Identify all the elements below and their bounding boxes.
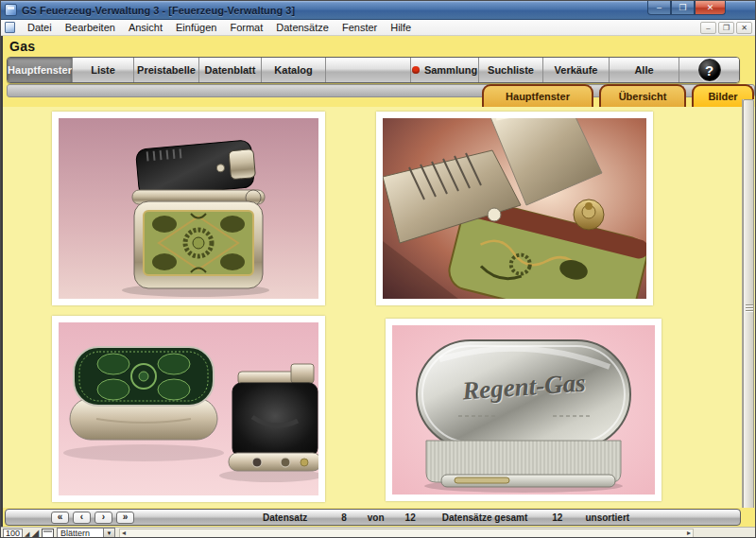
button-sammlung[interactable]: Sammlung [411,58,479,82]
mdi-close-button[interactable]: ✕ [736,22,752,34]
bottom-toolbar: 100 ◢ ◢ Blättern ▼ ◂ ▸ [1,527,756,538]
photo-lighter-front-green-ornament [52,112,325,305]
records-total-value: 12 [552,512,562,523]
document-icon[interactable] [5,22,15,33]
record-label: Datensatz [263,512,307,523]
button-hauptfenster[interactable]: Hauptfenster [8,58,73,82]
mdi-window-controls: – ❐ ✕ [700,22,752,34]
photo-2-image [383,118,646,299]
records-total-label: Datensätze gesamt [442,512,528,523]
record-status-bar: « ‹ › » Datensatz 8 von 12 Datensätze ge… [5,509,741,526]
photo-3-image [59,322,318,495]
status-area-toggle-icon[interactable] [42,529,54,538]
restore-button[interactable]: ❐ [671,1,695,15]
photo-4-image: Regent-Gas Regent-Gas [392,325,655,495]
button-help[interactable]: ? [679,58,739,82]
mode-dropdown[interactable]: Blättern ▼ [57,528,115,538]
window-title: GS Feuerzeug-Verwaltung 3 - [Feuerzeug-V… [22,5,295,16]
button-alle[interactable]: Alle [610,58,679,82]
app-icon[interactable] [5,4,17,16]
scrollbar-grip-icon [746,304,753,313]
next-record-button[interactable]: › [94,512,112,524]
button-preistabelle[interactable]: Preistabelle [134,58,199,82]
menu-format[interactable]: Format [223,21,269,34]
view-tabs: Hauptfenster Übersicht Bilder [482,84,754,107]
title-bar: GS Feuerzeug-Verwaltung 3 - [Feuerzeug-V… [1,1,756,20]
layout-button-bar: Hauptfenster Liste Preistabelle Datenbla… [7,57,740,83]
mdi-restore-button[interactable]: ❐ [718,22,734,34]
button-katalog[interactable]: Katalog [262,58,326,82]
scroll-left-button[interactable]: ◂ [120,529,128,537]
photo-enamel-lid-and-open-lighter [52,316,325,502]
button-sammlung-label: Sammlung [424,64,477,76]
menu-fenster[interactable]: Fenster [335,21,384,34]
scroll-right-button[interactable]: ▸ [685,529,693,537]
zoom-level-field[interactable]: 100 [3,529,23,538]
menu-bar: Datei Bearbeiten Ansicht Einfügen Format… [1,20,756,36]
menu-datei[interactable]: Datei [21,21,59,34]
menu-einfuegen[interactable]: Einfügen [169,21,223,34]
zoom-in-icon[interactable]: ◢ [31,529,39,538]
mode-value: Blättern [58,529,103,538]
mdi-minimize-button[interactable]: – [700,22,716,34]
window-controls: – ❐ ✕ [647,1,726,15]
horizontal-scrollbar[interactable]: ◂ ▸ [119,529,694,538]
button-suchliste[interactable]: Suchliste [479,58,543,82]
vertical-scrollbar-thumb[interactable] [743,99,754,513]
menu-bearbeiten[interactable]: Bearbeiten [59,21,122,34]
first-record-button[interactable]: « [51,512,69,524]
tab-uebersicht[interactable]: Übersicht [599,84,686,107]
menu-hilfe[interactable]: Hilfe [384,21,418,34]
minimize-button[interactable]: – [647,1,671,15]
record-indicator-icon [412,66,420,74]
header-band: Gas [1,36,756,56]
button-liste[interactable]: Liste [73,58,134,82]
status-band: « ‹ › » Datensatz 8 von 12 Datensätze ge… [1,508,756,527]
record-total-left: 12 [405,512,416,523]
photo-lighter-mechanism-closeup [376,112,653,305]
vertical-scrollbar[interactable]: ▾ [742,99,754,527]
dropdown-arrow-icon[interactable]: ▼ [103,529,114,538]
button-spacer [326,58,411,82]
close-button[interactable]: ✕ [695,1,726,15]
record-number: 8 [341,512,347,523]
application-window: GS Feuerzeug-Verwaltung 3 - [Feuerzeug-V… [0,0,756,538]
photo-lighter-underside-engraved: Regent-Gas Regent-Gas [386,319,662,501]
previous-record-button[interactable]: ‹ [73,512,91,524]
zoom-out-icon[interactable]: ◢ [25,530,29,537]
tab-hauptfenster[interactable]: Hauptfenster [482,84,593,107]
record-of-label: von [368,512,385,523]
button-datenblatt[interactable]: Datenblatt [199,58,262,82]
record-navigation: « ‹ › » [51,512,134,524]
page-title: Gas [9,39,35,54]
button-verkaeufe[interactable]: Verkäufe [543,58,610,82]
menu-datensaetze[interactable]: Datensätze [269,21,335,34]
photo-1-image [59,118,318,299]
last-record-button[interactable]: » [116,512,134,524]
record-content-area: Regent-Gas Regent-Gas [1,107,744,508]
tab-strip: Hauptfenster Übersicht Bilder [1,84,756,107]
toolbar-band: Hauptfenster Liste Preistabelle Datenbla… [1,56,756,84]
menu-ansicht[interactable]: Ansicht [122,21,169,34]
help-icon: ? [698,59,721,81]
sort-status: unsortiert [585,512,629,523]
